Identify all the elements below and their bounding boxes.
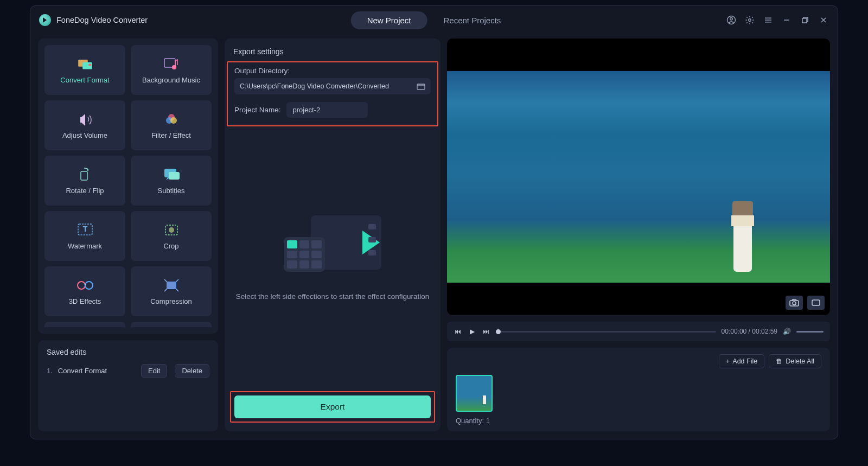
minimize-icon[interactable] (781, 15, 792, 25)
plus-icon: + (726, 358, 730, 365)
titlebar: FoneDog Video Converter New Project Rece… (30, 6, 838, 34)
trash-icon: 🗑 (776, 358, 783, 365)
tool-subtitles[interactable]: Subtitles (131, 156, 212, 206)
svg-point-1 (730, 18, 733, 21)
tabs: New Project Recent Projects (351, 11, 518, 29)
skip-forward-icon[interactable]: ⏭ (482, 328, 490, 335)
file-panel: +Add File 🗑Delete All Quantity: 1 (447, 348, 830, 431)
export-settings-title: Export settings (225, 47, 441, 61)
logo-wrap: FoneDog Video Converter (39, 14, 148, 26)
image-icon (163, 325, 180, 327)
video-preview[interactable] (447, 39, 830, 315)
gear-icon[interactable] (744, 15, 755, 25)
export-button[interactable]: Export (234, 395, 431, 418)
preview-image (447, 39, 830, 315)
tool-label: Filter / Effect (151, 131, 191, 139)
svg-text:T: T (82, 225, 87, 233)
tool-compression[interactable]: Compression (131, 266, 212, 316)
tool-filter-effect[interactable]: Filter / Effect (131, 100, 212, 150)
tool-label: Compression (150, 297, 192, 305)
time-display: 00:00:00 / 00:02:59 (722, 328, 777, 335)
saved-edits-title: Saved edits (47, 348, 209, 356)
subtitles-icon (163, 167, 180, 182)
tool-label: Rotate / Flip (66, 187, 104, 195)
window-controls (726, 15, 829, 25)
output-directory-input[interactable]: C:\Users\pc\FoneDog Video Converter\Conv… (234, 78, 431, 94)
camera-icon[interactable] (786, 296, 803, 310)
3d-icon (76, 278, 94, 293)
volume-slider[interactable] (796, 331, 824, 333)
volume-icon (76, 112, 94, 127)
delete-button[interactable]: Delete (175, 364, 209, 378)
svg-rect-12 (81, 171, 87, 180)
tool-adjust-volume[interactable]: Adjust Volume (44, 100, 125, 150)
project-name-label: Project Name: (234, 106, 281, 114)
tool-label: Subtitles (158, 187, 185, 195)
svg-point-11 (170, 117, 177, 124)
maximize-icon[interactable] (800, 15, 810, 25)
play-icon[interactable]: ▶ (468, 328, 476, 335)
export-panel: Export settings Output Directory: C:\Use… (225, 39, 441, 431)
tools-panel: Convert Format Background Music Adjust V… (38, 39, 218, 334)
compression-icon (163, 278, 180, 293)
app-title: FoneDog Video Converter (56, 16, 148, 24)
svg-point-27 (793, 302, 796, 305)
volume-icon[interactable]: 🔊 (783, 328, 791, 335)
tool-extra-2[interactable] (131, 322, 212, 327)
watermark-icon: T (76, 222, 94, 238)
export-settings-highlight: Output Directory: C:\Users\pc\FoneDog Vi… (227, 61, 438, 126)
output-directory-value: C:\Users\pc\FoneDog Video Converter\Conv… (240, 82, 417, 90)
svg-point-18 (169, 227, 174, 233)
file-actions: +Add File 🗑Delete All (456, 354, 821, 368)
tool-crop[interactable]: Crop (131, 211, 212, 261)
svg-point-19 (78, 282, 85, 289)
tool-label: Crop (163, 242, 178, 250)
placeholder-illustration (284, 215, 381, 280)
tool-label: 3D Effects (69, 297, 101, 305)
saved-edit-name: Convert Format (58, 367, 133, 375)
tool-extra-1[interactable] (44, 322, 125, 327)
fullscreen-icon[interactable] (807, 296, 825, 310)
placeholder-area: Select the left side effections to start… (225, 126, 441, 391)
svg-point-2 (749, 19, 751, 22)
tool-background-music[interactable]: Background Music (131, 45, 212, 95)
delete-all-button[interactable]: 🗑Delete All (769, 354, 821, 368)
tool-watermark[interactable]: T Watermark (44, 211, 125, 261)
svg-rect-6 (88, 64, 91, 66)
filter-icon (163, 112, 180, 127)
sidebar: Convert Format Background Music Adjust V… (38, 39, 218, 431)
saved-edit-number: 1. (47, 367, 53, 375)
music-icon (163, 56, 180, 72)
tool-label: Adjust Volume (62, 131, 107, 139)
tool-3d-effects[interactable]: 3D Effects (44, 266, 125, 316)
tool-label: Convert Format (60, 76, 109, 84)
svg-point-8 (172, 65, 176, 69)
tool-label: Background Music (142, 76, 200, 84)
export-button-highlight: Export (230, 391, 435, 423)
app-window: FoneDog Video Converter New Project Rece… (30, 5, 838, 439)
edit-icon (76, 325, 94, 327)
saved-edit-row: 1. Convert Format Edit Delete (47, 364, 209, 378)
placeholder-text: Select the left side effections to start… (236, 291, 430, 302)
right-panel: ⏮ ▶ ⏭ 00:00:00 / 00:02:59 🔊 +Add File 🗑D… (447, 39, 830, 431)
svg-rect-21 (167, 282, 176, 289)
close-icon[interactable] (818, 15, 829, 25)
add-file-button[interactable]: +Add File (719, 354, 764, 368)
tab-new-project[interactable]: New Project (351, 11, 427, 29)
menu-icon[interactable] (763, 15, 774, 25)
file-thumbnail[interactable] (456, 375, 493, 412)
tool-rotate-flip[interactable]: Rotate / Flip (44, 156, 125, 206)
svg-rect-3 (802, 18, 807, 23)
player-bar: ⏮ ▶ ⏭ 00:00:00 / 00:02:59 🔊 (447, 322, 830, 341)
svg-point-20 (85, 282, 93, 289)
quantity-display: Quantity: 1 (456, 417, 821, 425)
tool-convert-format[interactable]: Convert Format (44, 45, 125, 95)
skip-back-icon[interactable]: ⏮ (454, 328, 462, 335)
account-icon[interactable] (726, 15, 737, 25)
edit-button[interactable]: Edit (141, 364, 167, 378)
saved-edits-panel: Saved edits 1. Convert Format Edit Delet… (38, 340, 218, 431)
project-name-input[interactable] (286, 102, 368, 118)
folder-icon[interactable] (417, 82, 425, 90)
tab-recent-projects[interactable]: Recent Projects (427, 11, 517, 29)
progress-bar[interactable] (496, 331, 716, 333)
